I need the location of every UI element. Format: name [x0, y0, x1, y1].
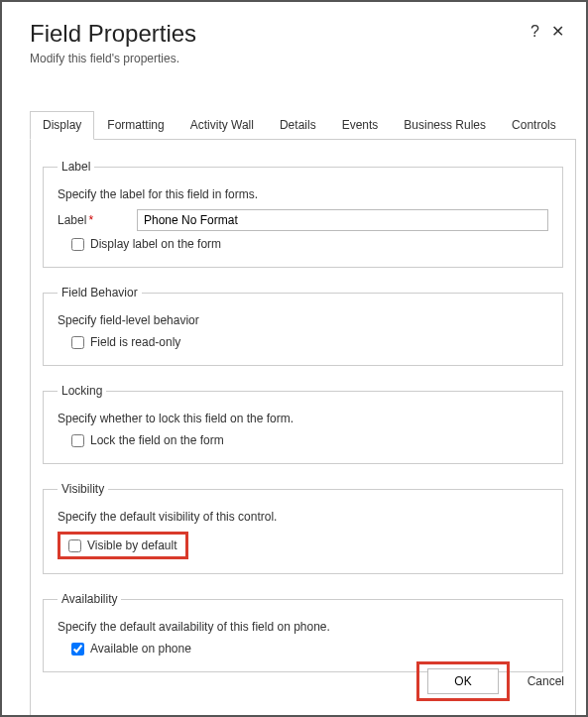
section-behavior-legend: Field Behavior: [58, 286, 142, 299]
section-visibility-legend: Visibility: [58, 482, 108, 496]
tab-display[interactable]: Display: [30, 111, 94, 140]
section-availability-legend: Availability: [58, 592, 121, 606]
section-behavior-help: Specify field-level behavior: [58, 313, 548, 327]
highlight-ok-button: OK: [416, 661, 509, 701]
section-availability-help: Specify the default availability of this…: [58, 620, 548, 634]
section-visibility-help: Specify the default visibility of this c…: [58, 510, 548, 524]
tab-formatting[interactable]: Formatting: [94, 111, 176, 139]
section-visibility: Visibility Specify the default visibilit…: [43, 482, 563, 574]
section-locking-help: Specify whether to lock this field on th…: [58, 412, 548, 425]
label-field-label: Label*: [58, 213, 127, 227]
section-field-behavior: Field Behavior Specify field-level behav…: [43, 286, 563, 366]
tab-business-rules[interactable]: Business Rules: [391, 111, 499, 139]
display-label-text: Display label on the form: [90, 237, 221, 251]
dialog-footer: OK Cancel: [416, 661, 564, 701]
label-input[interactable]: [137, 209, 548, 231]
available-on-phone-checkbox[interactable]: [71, 643, 84, 656]
section-label-help: Specify the label for this field in form…: [58, 187, 548, 201]
available-on-phone-text: Available on phone: [90, 642, 191, 656]
visible-by-default-text: Visible by default: [87, 538, 177, 552]
tab-activity-wall[interactable]: Activity Wall: [177, 111, 267, 139]
section-label: Label Specify the label for this field i…: [43, 160, 563, 268]
cancel-button[interactable]: Cancel: [528, 674, 564, 688]
tab-panel-display: Label Specify the label for this field i…: [30, 140, 576, 717]
section-label-legend: Label: [58, 160, 94, 174]
dialog-header: Field Properties Modify this field's pro…: [2, 2, 586, 71]
tab-details[interactable]: Details: [267, 111, 329, 139]
visible-by-default-checkbox[interactable]: [68, 539, 81, 552]
readonly-text: Field is read-only: [90, 335, 180, 349]
display-label-checkbox[interactable]: [71, 238, 84, 251]
section-locking-legend: Locking: [58, 384, 106, 398]
ok-button[interactable]: OK: [427, 668, 498, 694]
readonly-checkbox[interactable]: [71, 336, 84, 349]
help-icon[interactable]: ?: [530, 24, 539, 40]
tab-events[interactable]: Events: [329, 111, 392, 139]
lock-field-checkbox[interactable]: [71, 434, 84, 447]
dialog-subtitle: Modify this field's properties.: [30, 52, 558, 65]
close-icon[interactable]: ✕: [551, 24, 564, 40]
section-locking: Locking Specify whether to lock this fie…: [43, 384, 563, 464]
dialog-title: Field Properties: [30, 20, 558, 48]
highlight-visible-by-default: Visible by default: [58, 532, 188, 559]
tab-controls[interactable]: Controls: [499, 111, 569, 139]
lock-field-text: Lock the field on the form: [90, 433, 224, 447]
section-availability: Availability Specify the default availab…: [43, 592, 563, 672]
tab-strip: Display Formatting Activity Wall Details…: [30, 111, 576, 140]
